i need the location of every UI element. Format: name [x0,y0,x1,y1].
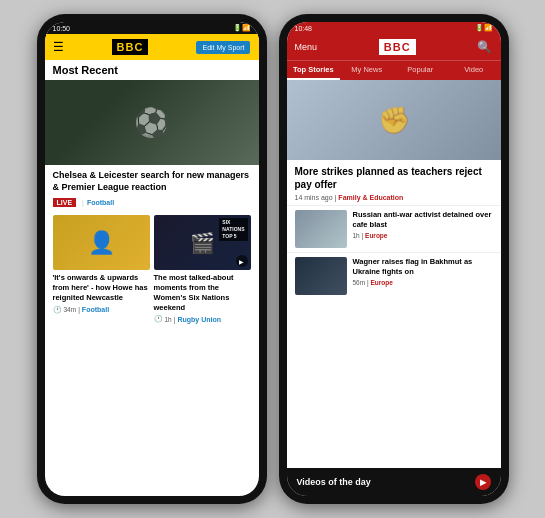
card-left-separator: | [78,306,80,313]
news-item-1-time: 1h [353,232,360,239]
overlay-line2: NATIONS [222,226,244,233]
most-recent-label: Most Recent [53,64,118,76]
left-status-icons: 🔋📶 [233,24,251,32]
right-status-icons: 🔋📶 [475,24,493,32]
news-hero-tag[interactable]: Family & Education [338,194,403,201]
overlay-badge: SIX NATIONS TOP 5 [219,218,247,241]
right-header: Menu BBC 🔍 [287,34,501,60]
overlay-line1: SIX [222,219,244,226]
two-col-cards: 'It's onwards & upwards from here' - how… [45,211,259,496]
right-screen: 10:48 🔋📶 Menu BBC 🔍 Top Stories My News … [287,22,501,496]
card-right-tag[interactable]: Rugby Union [177,316,221,323]
news-hero-image [287,80,501,160]
card-right-title[interactable]: The most talked-about moments from the W… [154,273,251,312]
news-item-2-time: 56m [353,279,366,286]
card-right-image: SIX NATIONS TOP 5 ▶ [154,215,251,270]
news-item-2-meta: 56m | Europe [353,279,493,286]
card-left-title[interactable]: 'It's onwards & upwards from here' - how… [53,273,150,302]
news-hero-meta: 14 mins ago | Family & Education [287,193,501,205]
tab-video[interactable]: Video [447,61,501,80]
play-button[interactable]: ▶ [236,255,248,267]
news-item-1-meta: 1h | Europe [353,232,493,239]
tag-row-left: LIVE | Football [45,198,259,211]
tab-popular[interactable]: Popular [394,61,448,80]
search-icon[interactable]: 🔍 [477,40,492,54]
edit-sport-button[interactable]: Edit My Sport [196,41,250,54]
news-item-1-tag[interactable]: Europe [365,232,387,239]
news-item-2-title: Wagner raises flag in Bakhmut as Ukraine… [353,257,493,277]
tab-top-stories[interactable]: Top Stories [287,61,341,80]
overlay-line3: TOP 5 [222,233,244,240]
videos-bar[interactable]: Videos of the day ▶ [287,468,501,496]
card-right-separator: | [174,316,176,323]
football-tag[interactable]: Football [87,199,114,206]
bbc-logo-right: BBC [379,39,416,55]
left-header: ☰ BBC Edit My Sport [45,34,259,60]
left-time: 10:50 [53,25,71,32]
news-thumb-1 [295,210,347,248]
card-left-tag[interactable]: Football [82,306,109,313]
menu-label[interactable]: Menu [295,42,318,52]
left-phone: 10:50 🔋📶 ☰ BBC Edit My Sport Most Recent… [37,14,267,504]
card-right-meta: 🕐 1h | Rugby Union [154,315,251,323]
news-time-ago: 14 mins ago [295,194,333,201]
card-left-meta: 🕐 34m | Football [53,306,150,314]
right-time: 10:48 [295,25,313,32]
hamburger-icon[interactable]: ☰ [53,40,64,54]
right-phone: 10:48 🔋📶 Menu BBC 🔍 Top Stories My News … [279,14,509,504]
news-thumb-2 [295,257,347,295]
bbc-logo-left: BBC [112,39,149,55]
videos-bar-label: Videos of the day [297,477,371,487]
hero-caption-left[interactable]: Chelsea & Leicester search for new manag… [45,165,259,198]
nav-tabs: Top Stories My News Popular Video [287,60,501,80]
left-screen: 10:50 🔋📶 ☰ BBC Edit My Sport Most Recent… [45,22,259,496]
news-item-2-text: Wagner raises flag in Bakhmut as Ukraine… [353,257,493,286]
hero-image-left [45,80,259,165]
live-badge: LIVE [53,198,77,207]
clock-icon-right: 🕐 [154,315,163,323]
card-right-time: 1h [165,316,172,323]
left-status-bar: 10:50 🔋📶 [45,22,259,34]
card-left: 'It's onwards & upwards from here' - how… [53,215,150,492]
card-right: SIX NATIONS TOP 5 ▶ The most talked-abou… [154,215,251,492]
tag-separator: | [82,199,84,206]
news-item-2[interactable]: Wagner raises flag in Bakhmut as Ukraine… [287,252,501,299]
news-item-1[interactable]: Russian anti-war activist detained over … [287,205,501,252]
card-left-image [53,215,150,270]
news-item-1-title: Russian anti-war activist detained over … [353,210,493,230]
news-item-2-tag[interactable]: Europe [370,279,392,286]
news-item-1-text: Russian anti-war activist detained over … [353,210,493,239]
right-status-bar: 10:48 🔋📶 [287,22,501,34]
clock-icon-left: 🕐 [53,306,62,314]
most-recent-row: Most Recent [45,60,259,80]
news-hero-caption[interactable]: More strikes planned as teachers reject … [287,160,501,193]
tab-my-news[interactable]: My News [340,61,394,80]
card-left-time: 34m [64,306,77,313]
videos-play-button[interactable]: ▶ [475,474,491,490]
